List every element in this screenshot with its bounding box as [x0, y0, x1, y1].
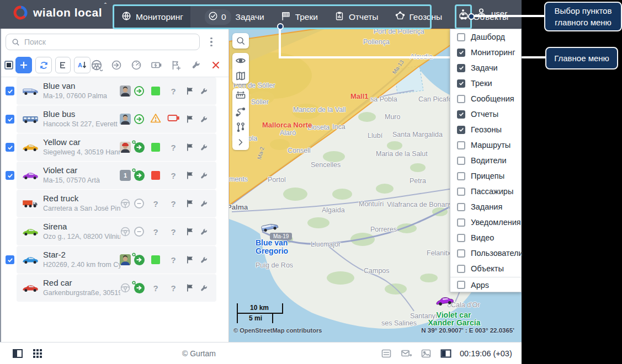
- flag-icon[interactable]: [184, 254, 195, 265]
- layers-icon[interactable]: [232, 68, 249, 84]
- unit-row-3[interactable]: Violet car Ma-15, 07570 Artà 1 ?: [1, 162, 228, 189]
- dropdown-item-2[interactable]: Задачи: [450, 60, 521, 76]
- menu-item-3[interactable]: Отчеты: [332, 6, 381, 28]
- unit-row-1[interactable]: Blue bus Hancock St 227, Everett: [1, 105, 228, 133]
- unit-checkbox[interactable]: [6, 199, 14, 208]
- flag-add-icon[interactable]: [170, 59, 182, 71]
- select-all-checkbox[interactable]: [4, 61, 13, 69]
- steering-wheel-icon[interactable]: [91, 59, 103, 71]
- flag-icon[interactable]: [184, 114, 195, 125]
- unit-checkbox[interactable]: [6, 227, 14, 236]
- flag-icon[interactable]: [184, 142, 195, 153]
- unit-checkbox[interactable]: [6, 87, 14, 95]
- image-icon[interactable]: [421, 348, 432, 359]
- unit-row-6[interactable]: Star-2 H20269, 2.40 km from Cy... ?: [1, 246, 228, 274]
- checkbox-unchecked[interactable]: [457, 203, 465, 211]
- unit-row-4[interactable]: Red truck Carretera a San José Pinul... …: [1, 190, 228, 217]
- dropdown-item-15[interactable]: Объекты: [450, 261, 521, 276]
- search-icon[interactable]: [232, 33, 249, 49]
- flag-icon[interactable]: [184, 198, 195, 209]
- unit-row-0[interactable]: Blue van Ma-19, 07600 Palma ?: [1, 77, 228, 105]
- battery-icon[interactable]: [150, 59, 162, 71]
- checkbox-unchecked[interactable]: [457, 157, 465, 165]
- waypoints-icon[interactable]: [232, 119, 249, 135]
- dropdown-item-1[interactable]: Мониторинг: [450, 45, 521, 60]
- eye-icon[interactable]: [232, 53, 249, 68]
- checkbox-unchecked[interactable]: [457, 234, 465, 242]
- menu-item-0[interactable]: Мониторинг: [114, 6, 190, 28]
- unit-checkbox[interactable]: [6, 115, 14, 124]
- unit-row-7[interactable]: Red car Garkenburgstraße, 30519... ? ?: [1, 274, 228, 302]
- monitor-icon[interactable]: [440, 348, 451, 359]
- checkbox-checked[interactable]: [457, 49, 465, 57]
- hierarchy-view-button[interactable]: [55, 57, 71, 73]
- route-icon[interactable]: [232, 104, 249, 119]
- wrench-icon[interactable]: [198, 85, 209, 97]
- dropdown-item-4[interactable]: Сообщения: [450, 91, 521, 106]
- wrench-icon[interactable]: [198, 142, 209, 153]
- menu-item-4[interactable]: Геозоны: [393, 6, 445, 28]
- checkbox-unchecked[interactable]: [457, 249, 465, 258]
- checkbox-unchecked[interactable]: [457, 33, 465, 41]
- wrench-icon[interactable]: [198, 282, 209, 293]
- add-unit-button[interactable]: [15, 57, 32, 73]
- checkbox-unchecked[interactable]: [457, 188, 465, 196]
- unit-checkbox[interactable]: [6, 255, 14, 264]
- checkbox-unchecked[interactable]: [457, 218, 465, 227]
- apps-grid-icon[interactable]: [32, 348, 43, 359]
- dropdown-item-12[interactable]: Уведомления: [450, 215, 521, 230]
- sort-button[interactable]: A: [74, 57, 91, 73]
- dropdown-item-5[interactable]: Отчеты: [450, 106, 521, 122]
- wrench-icon[interactable]: [198, 254, 209, 265]
- checkbox-unchecked[interactable]: [457, 281, 465, 289]
- menu-item-1[interactable]: 0Задачи: [203, 6, 267, 28]
- user-menu[interactable]: user: [476, 7, 507, 20]
- sidebar-toggle-icon[interactable]: [12, 348, 23, 359]
- unit-checkbox[interactable]: [6, 143, 14, 152]
- dropdown-item-13[interactable]: Видео: [450, 230, 521, 245]
- search-input[interactable]: Поиск: [6, 34, 200, 50]
- gauge-icon[interactable]: [130, 59, 142, 71]
- dropdown-item-8[interactable]: Водители: [450, 153, 521, 168]
- dropdown-item-11[interactable]: Задания: [450, 199, 521, 215]
- checkbox-unchecked[interactable]: [457, 141, 465, 149]
- checkbox-checked[interactable]: [457, 110, 465, 119]
- flag-icon[interactable]: [184, 85, 195, 97]
- dropdown-item-16[interactable]: Apps: [450, 277, 521, 292]
- dropdown-item-9[interactable]: Прицепы: [450, 168, 521, 184]
- flag-icon[interactable]: [184, 282, 195, 293]
- unit-row-2[interactable]: Yellow car Siegelweg 4, 30519 Hann... ?: [1, 133, 228, 161]
- collapse-icon[interactable]: [232, 135, 249, 150]
- flag-icon[interactable]: [184, 226, 195, 237]
- wrench-icon[interactable]: [198, 226, 209, 237]
- violet-car-map-marker[interactable]: [435, 295, 455, 309]
- motion-filter-icon[interactable]: [110, 59, 123, 71]
- dropdown-item-6[interactable]: Геозоны: [450, 122, 521, 137]
- menu-item-2[interactable]: Треки: [279, 6, 320, 28]
- checkbox-unchecked[interactable]: [457, 172, 465, 180]
- wrench-icon[interactable]: [198, 198, 209, 209]
- checkbox-unchecked[interactable]: [457, 265, 465, 273]
- unit-checkbox[interactable]: [6, 171, 14, 180]
- checkbox-checked[interactable]: [457, 64, 465, 72]
- checkbox-unchecked[interactable]: [457, 95, 465, 103]
- ruler-icon[interactable]: [232, 88, 249, 104]
- clear-icon[interactable]: [210, 59, 222, 71]
- wialon-logo[interactable]: wialon local ˆ: [13, 6, 102, 20]
- wrench-icon[interactable]: [198, 170, 209, 181]
- wrench-icon[interactable]: [198, 114, 209, 125]
- dropdown-item-3[interactable]: Треки: [450, 76, 521, 91]
- checkbox-checked[interactable]: [457, 126, 465, 134]
- wrench-icon[interactable]: [190, 59, 202, 71]
- dropdown-item-7[interactable]: Маршруты: [450, 137, 521, 153]
- header-kebab-menu-button[interactable]: [459, 8, 467, 21]
- dropdown-item-0[interactable]: Дашборд: [450, 29, 521, 45]
- unit-checkbox[interactable]: [6, 283, 14, 292]
- refresh-button[interactable]: [35, 57, 52, 73]
- list-icon[interactable]: [381, 348, 392, 359]
- checkbox-checked[interactable]: [457, 79, 465, 88]
- unit-row-5[interactable]: Sirena Ozo g., 12A, 08200 Vilnius ? ?: [1, 218, 228, 245]
- dropdown-item-10[interactable]: Пассажиры: [450, 184, 521, 199]
- sidebar-kebab-button[interactable]: [208, 35, 215, 49]
- flag-icon[interactable]: [184, 170, 195, 181]
